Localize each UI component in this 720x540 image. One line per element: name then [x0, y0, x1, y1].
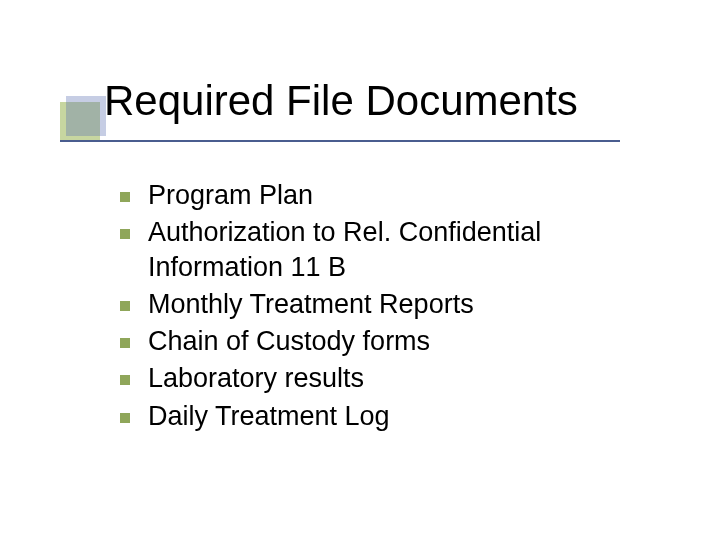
square-bullet-icon — [120, 413, 130, 423]
square-bullet-icon — [120, 229, 130, 239]
bullet-list: Program Plan Authorization to Rel. Confi… — [120, 178, 660, 436]
title-block: Required File Documents — [60, 78, 680, 148]
title-underline-icon — [60, 140, 620, 142]
list-item-text: Daily Treatment Log — [148, 399, 390, 434]
list-item-text: Laboratory results — [148, 361, 364, 396]
list-item: Authorization to Rel. Confidential Infor… — [120, 215, 660, 285]
list-item-text: Monthly Treatment Reports — [148, 287, 474, 322]
square-bullet-icon — [120, 375, 130, 385]
slide-title: Required File Documents — [104, 78, 578, 124]
list-item: Program Plan — [120, 178, 660, 213]
square-bullet-icon — [120, 338, 130, 348]
list-item-text: Program Plan — [148, 178, 313, 213]
list-item: Monthly Treatment Reports — [120, 287, 660, 322]
slide: Required File Documents Program Plan Aut… — [0, 0, 720, 540]
list-item: Chain of Custody forms — [120, 324, 660, 359]
list-item: Laboratory results — [120, 361, 660, 396]
title-accent-icon — [66, 96, 106, 136]
square-bullet-icon — [120, 192, 130, 202]
square-bullet-icon — [120, 301, 130, 311]
list-item: Daily Treatment Log — [120, 399, 660, 434]
list-item-text: Authorization to Rel. Confidential Infor… — [148, 215, 660, 285]
list-item-text: Chain of Custody forms — [148, 324, 430, 359]
